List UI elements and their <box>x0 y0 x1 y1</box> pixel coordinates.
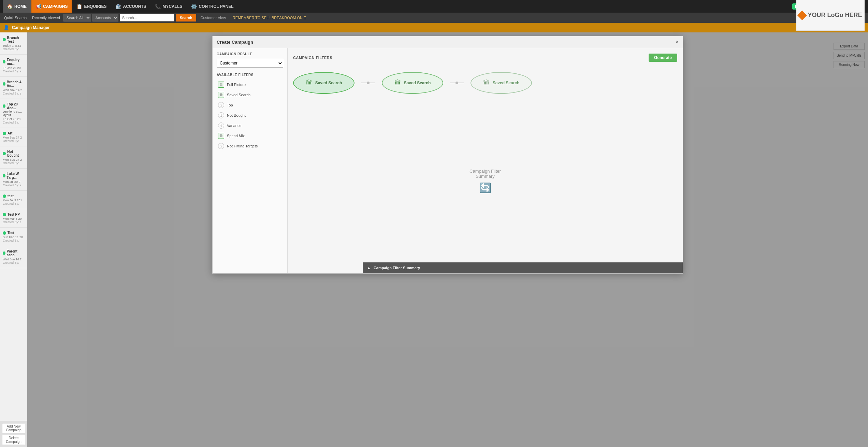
nav-mycalls-label: MYCALLS <box>162 4 182 9</box>
connector-dot-2 <box>455 82 458 84</box>
node-ellipse-3[interactable]: 🏛 Saved Search <box>471 72 532 94</box>
summary-title: Campaign FilterSummary <box>469 169 501 179</box>
campaigns-icon: 📢 <box>35 4 41 9</box>
campaign-filters-title: CAMPAIGN FILTERS <box>293 56 332 60</box>
add-new-campaign-button[interactable]: Add New Campaign <box>2 423 25 433</box>
bottom-bar-title: Campaign Filter Summary <box>374 266 420 270</box>
connector-dot-1 <box>367 82 370 84</box>
active-dot <box>3 38 6 41</box>
active-dot <box>3 213 6 216</box>
nav-accounts-label: ACCOUNTS <box>123 4 146 9</box>
filter-item-top[interactable]: ℹ Top <box>217 100 283 110</box>
accounts-icon: 🏦 <box>115 4 121 9</box>
recently-viewed-btn[interactable]: Recently Viewed <box>30 15 62 20</box>
nav-enquiries-label: ENQUIRIES <box>84 4 106 9</box>
full-picture-icon: 🏛 <box>218 82 224 88</box>
sidebar-item-branch-test[interactable]: Branch Test Today at 8:52 Created By: <box>0 32 27 55</box>
modal-left-panel: CAMPAIGN RESULT Customer Account Contact… <box>213 48 288 273</box>
sidebar-item-luke[interactable]: Luke W Targ... Mon Jul 30 2 Created By: … <box>0 169 27 191</box>
search-all-select[interactable]: Search All <box>63 14 91 21</box>
filter-item-full-picture[interactable]: 🏛 Full Picture <box>217 80 283 90</box>
bottom-chevron-icon[interactable]: ▲ <box>367 265 371 270</box>
delete-campaign-button[interactable]: Delete Campaign <box>2 435 25 445</box>
sidebar-item-parent[interactable]: Parent acco... Wed Jun 14 2 Created By: <box>0 246 27 268</box>
node-connector-2 <box>450 83 464 83</box>
filter-node-2[interactable]: 🏛 Saved Search <box>382 72 443 94</box>
nav-mycalls[interactable]: 📞 MYCALLS <box>151 0 186 13</box>
sidebar-item-not-bought[interactable]: Not bought Mon Sep 24 2 Created By: <box>0 146 27 169</box>
home-icon: 🏠 <box>7 4 13 9</box>
nav-campaigns[interactable]: 📢 CAMPAIGNS <box>31 0 72 13</box>
control-panel-icon: ⚙️ <box>191 4 197 9</box>
nav-home-label: HOME <box>14 4 27 9</box>
filter-node-3[interactable]: 🏛 Saved Search <box>471 72 532 94</box>
modal-right-header: CAMPAIGN FILTERS Generate <box>293 54 677 62</box>
filter-item-not-bought[interactable]: ℹ Not Bought <box>217 110 283 120</box>
search-input[interactable] <box>120 14 174 21</box>
saved-search-icon: 🏛 <box>218 92 224 98</box>
active-dot <box>3 132 6 135</box>
logo: YOUR LoGo HERE <box>799 12 862 19</box>
filter-list: 🏛 Full Picture 🏛 Saved Search ℹ Top <box>217 80 283 151</box>
active-dot <box>3 194 6 198</box>
not-hitting-icon: ℹ <box>218 143 224 149</box>
sidebar-item-test2[interactable]: Test Sun Feb 11 20 Created By: <box>0 228 27 246</box>
connector-line-1 <box>361 83 375 83</box>
generate-button[interactable]: Generate <box>649 54 677 62</box>
connector-line-2 <box>450 83 464 83</box>
accounts-select[interactable]: Accounts <box>92 14 118 21</box>
filter-nodes: 🏛 Saved Search <box>293 72 677 94</box>
summary-icon: 🔄 <box>479 182 491 193</box>
campaign-result-label: CAMPAIGN RESULT <box>217 52 283 56</box>
active-dot <box>3 104 5 108</box>
sidebar-item-test-pp[interactable]: Test PP Mon Mar 5 20 Created By: s <box>0 209 27 228</box>
node-ellipse-1[interactable]: 🏛 Saved Search <box>293 72 355 94</box>
node-ellipse-2[interactable]: 🏛 Saved Search <box>382 72 443 94</box>
spend-mix-icon: 🏛 <box>218 133 224 139</box>
search-button[interactable]: Search <box>176 14 197 21</box>
nav-enquiries[interactable]: 📋 ENQUIRIES <box>72 0 111 13</box>
active-dot <box>3 174 5 177</box>
active-dot <box>3 251 5 255</box>
modal-title: Create Campaign <box>217 40 253 45</box>
filter-item-saved-search[interactable]: 🏛 Saved Search <box>217 90 283 100</box>
node-bank-icon-1: 🏛 <box>306 79 313 87</box>
campaign-manager-icon: 👤 <box>3 25 9 30</box>
customer-view-btn[interactable]: Customer View <box>198 15 228 20</box>
modal-overlay: Create Campaign × CAMPAIGN RESULT Custom… <box>27 32 868 447</box>
campaign-result-select[interactable]: Customer Account Contact <box>217 59 283 68</box>
filter-node-1[interactable]: 🏛 Saved Search <box>293 72 355 94</box>
node-connector-1 <box>361 83 375 83</box>
nav-home[interactable]: 🏠 HOME <box>3 0 31 13</box>
filter-item-not-hitting[interactable]: ℹ Not Hitting Targets <box>217 141 283 151</box>
nav-control-panel[interactable]: ⚙️ CONTROL PANEL <box>187 0 237 13</box>
right-panel: Export Data Send to MyCalls Running Now … <box>27 32 868 447</box>
node-bank-icon-2: 🏛 <box>394 79 401 87</box>
mycalls-icon: 📞 <box>155 4 161 9</box>
active-dot <box>3 231 6 235</box>
search-bar: Quick Search Recently Viewed Search All … <box>0 13 868 23</box>
sidebar-item-test[interactable]: test Mon Jul 9 201 Created By: <box>0 191 27 209</box>
sidebar-item-branch4[interactable]: Branch 4 Ac... Wed Nov 14 2 Created By: … <box>0 77 27 99</box>
modal-body: CAMPAIGN RESULT Customer Account Contact… <box>213 48 683 273</box>
quick-search-btn[interactable]: Quick Search <box>2 15 29 20</box>
sidebar: Branch Test Today at 8:52 Created By: En… <box>0 32 27 447</box>
logo-diamond-icon <box>797 10 807 20</box>
logo-area: YOUR LoGo HERE <box>796 0 865 31</box>
sidebar-item-top20[interactable]: Top 20 Acc... very long ca... layout Fri… <box>0 99 27 128</box>
available-filters-label: AVAILABLE FILTERS <box>217 73 283 77</box>
sidebar-item-art[interactable]: Art Mon Sep 24 2 Created By: <box>0 128 27 146</box>
active-dot <box>3 152 6 155</box>
filter-item-spend-mix[interactable]: 🏛 Spend Mix <box>217 131 283 141</box>
not-bought-icon: ℹ <box>218 112 224 118</box>
modal-close-button[interactable]: × <box>676 39 679 45</box>
campaign-result-row: Customer Account Contact <box>217 59 283 68</box>
node-bank-icon-3: 🏛 <box>483 79 490 87</box>
modal-right-panel: CAMPAIGN FILTERS Generate 🏛 Saved Search <box>288 48 683 273</box>
enquiries-icon: 📋 <box>76 4 82 9</box>
active-dot <box>3 82 5 86</box>
filter-item-variance[interactable]: ℹ Variance <box>217 120 283 131</box>
nav-accounts[interactable]: 🏦 ACCOUNTS <box>111 0 150 13</box>
sidebar-item-enquiry[interactable]: Enquiry ma... Fri Jan 25 20 Created By: … <box>0 55 27 77</box>
nav-control-panel-label: CONTROL PANEL <box>199 4 233 9</box>
